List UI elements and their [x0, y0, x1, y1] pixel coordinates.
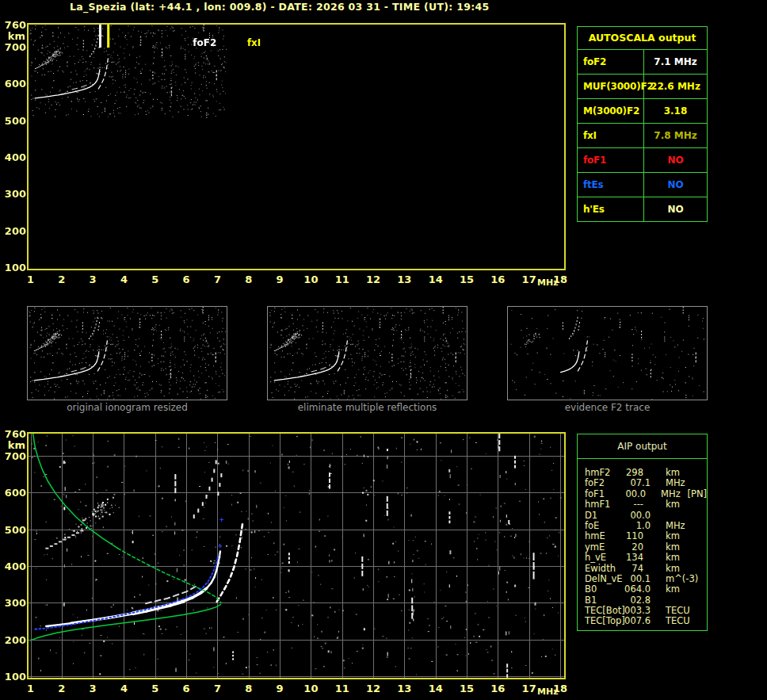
- x-tick-label: 13: [394, 683, 414, 694]
- y-tick-label: 200: [0, 634, 26, 646]
- aip-row-label: hmE: [585, 531, 621, 541]
- aip-row-unit: [666, 595, 694, 606]
- y-tick-label: 760: [0, 428, 26, 440]
- x-tick-label: 17: [519, 683, 540, 694]
- y-tick-label: 700: [0, 450, 26, 462]
- aip-row-value: 134: [621, 553, 651, 563]
- y-tick-label: 600: [0, 487, 26, 499]
- autoscala-row-label: ftEs: [578, 173, 644, 197]
- x-tick-label: 4: [113, 683, 134, 694]
- x-tick-label: 16: [487, 683, 508, 694]
- aip-table: AIP output hmF2298kmfoF207.1MHzfoF100.0M…: [577, 434, 708, 631]
- aip-row-unit: MHz: [661, 489, 687, 499]
- profile-canvas: [29, 434, 564, 678]
- aip-row-unit: km: [666, 584, 694, 595]
- x-tick-label: 11: [332, 273, 353, 285]
- autoscala-row-label: h'Es: [578, 197, 644, 221]
- y-tick-label: 400: [0, 560, 26, 572]
- aip-row: TEC[Top]007.6TECU: [585, 616, 707, 626]
- y-tick-label: 300: [0, 188, 26, 200]
- autoscala-row-value: NO: [644, 197, 707, 221]
- autoscala-row: fxI7.8 MHz: [578, 124, 707, 148]
- page-title: La_Spezia (lat: +44.1 , lon: 009.8) - DA…: [70, 1, 490, 13]
- marker-fxI-label: fxI: [247, 37, 261, 48]
- aip-row-value: 00.1: [621, 574, 651, 584]
- y-tick-label: 200: [0, 225, 26, 237]
- aip-table-header: AIP output: [578, 434, 707, 459]
- autoscala-table: AUTOSCALA output foF27.1 MHzMUF(3000)F22…: [577, 26, 708, 222]
- aip-row: B102.8: [585, 595, 707, 606]
- aip-row-value: 20: [621, 542, 651, 553]
- aip-row: foF100.0MHz[PN]: [585, 489, 707, 499]
- aip-row: B0064.0km: [585, 584, 707, 595]
- y-tick-label: 700: [0, 41, 26, 53]
- aip-row: Ewidth74km: [585, 564, 707, 574]
- aip-row-label: B0: [585, 584, 621, 595]
- autoscala-row-label: foF1: [578, 148, 644, 172]
- x-tick-label: 8: [238, 273, 259, 285]
- aip-row: hmE110km: [585, 531, 707, 541]
- x-tick-label: 7: [207, 273, 227, 285]
- aip-row-unit: km: [666, 531, 694, 541]
- aip-row-value: 00.0: [619, 489, 646, 499]
- thumbnail-eliminate-reflections: [267, 306, 467, 400]
- aip-row: h_vE134km: [585, 553, 707, 563]
- x-tick-label: 18: [550, 273, 570, 285]
- x-tick-label: 9: [269, 683, 290, 694]
- x-tick-label: 14: [425, 683, 446, 694]
- aip-row: DelN_vE00.1m^(-3): [585, 574, 707, 584]
- autoscala-row-label: fxI: [578, 124, 644, 147]
- aip-row-unit: m^(-3): [666, 574, 694, 584]
- aip-row-value: 07.1: [621, 478, 651, 488]
- aip-row-value: 1.0: [621, 521, 651, 531]
- y-tick-label: 300: [0, 597, 26, 609]
- autoscala-row-label: foF2: [578, 50, 644, 74]
- aip-row-value: 110: [621, 531, 651, 541]
- autoscala-row: h'EsNO: [578, 197, 707, 221]
- x-tick-label: 5: [145, 683, 166, 694]
- autoscala-row-value: 22.6 MHz: [644, 75, 707, 98]
- aip-row-label: Ewidth: [585, 564, 621, 574]
- aip-row-label: TEC[Top]: [585, 616, 621, 626]
- x-tick-label: 16: [487, 273, 508, 285]
- aip-row-value: 74: [621, 564, 651, 574]
- x-tick-label: 15: [456, 273, 477, 285]
- aip-row: foF207.1MHz: [585, 478, 707, 488]
- aip-row-note: [PN]: [687, 489, 707, 499]
- aip-row-value: 00.0: [621, 511, 651, 521]
- x-tick-label: 3: [82, 273, 103, 285]
- aip-row-unit: MHz: [666, 521, 694, 531]
- x-tick-label: 13: [394, 273, 414, 285]
- x-tick-label: 17: [519, 273, 540, 285]
- autoscala-row-value: NO: [644, 173, 707, 197]
- autoscala-row-value: NO: [644, 148, 707, 172]
- aip-row-label: B1: [585, 595, 621, 606]
- x-tick-label: 2: [52, 273, 72, 285]
- y-tick-label: 400: [0, 151, 26, 163]
- profile-plot-frame: [27, 432, 566, 679]
- y-tick-label: 600: [0, 78, 26, 90]
- x-tick-label: 9: [269, 273, 290, 285]
- y-tick-label: 500: [0, 524, 26, 536]
- thumbnail-evidence-canvas: [508, 307, 707, 400]
- autoscala-row-label: MUF(3000)F2: [578, 75, 644, 98]
- x-tick-label: 14: [425, 273, 446, 285]
- aip-row: hmF1---km: [585, 499, 707, 510]
- aip-row-unit: km: [666, 564, 694, 574]
- aip-row: D100.0: [585, 511, 707, 521]
- thumbnail-original-caption: original ionogram resized: [27, 402, 227, 413]
- aip-row-value: 298: [621, 468, 651, 478]
- aip-row: hmF2298km: [585, 468, 707, 478]
- x-tick-label: 8: [238, 683, 259, 694]
- aip-row-unit: TECU: [666, 606, 694, 616]
- aip-row-value: 064.0: [621, 584, 651, 595]
- aip-row-label: DelN_vE: [585, 574, 621, 584]
- aip-row-value: ---: [621, 499, 651, 510]
- aip-row-label: h_vE: [585, 553, 621, 563]
- x-tick-label: 10: [300, 273, 321, 285]
- y-tick-label: 760: [0, 19, 26, 31]
- aip-row: TEC[Bot]003.3TECU: [585, 606, 707, 616]
- y-tick-label: 100: [0, 262, 26, 273]
- autoscala-row: MUF(3000)F222.6 MHz: [578, 75, 707, 99]
- x-tick-label: 2: [52, 683, 72, 694]
